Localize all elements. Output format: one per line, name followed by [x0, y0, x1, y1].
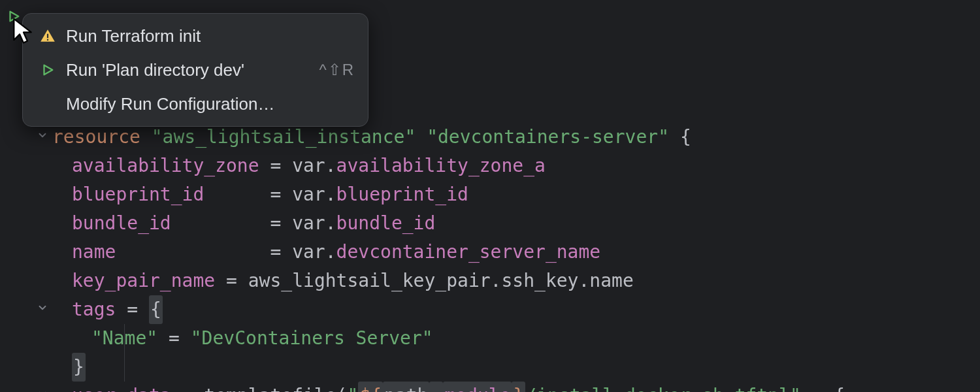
indent-guide: [124, 324, 125, 382]
code-token: var: [292, 152, 325, 180]
menu-item-label: Modify Run Configuration…: [66, 94, 355, 114]
code-token: =: [270, 152, 292, 180]
code-token: resource: [52, 123, 152, 152]
code-token: =: [270, 209, 292, 238]
code-token: =: [127, 295, 149, 324]
code-token: {: [149, 295, 163, 324]
code-line[interactable]: blueprint_id = var.blueprint_id: [72, 180, 468, 209]
code-token: =: [270, 180, 292, 209]
code-line[interactable]: user_data = templatefile("${path.module}…: [72, 382, 845, 392]
menu-item-1[interactable]: Run 'Plan directory dev'^⇧R: [23, 53, 368, 87]
code-line[interactable]: }: [72, 353, 86, 382]
code-token: , {: [801, 382, 845, 392]
svg-rect-1: [47, 39, 48, 41]
warning-icon: [39, 27, 57, 45]
code-token: path: [383, 382, 429, 392]
code-token: "Name": [91, 324, 169, 353]
code-token: devcontainer_server_name: [336, 238, 601, 267]
code-token: blueprint_id: [336, 180, 468, 209]
code-token: =: [226, 267, 248, 295]
menu-item-label: Run Terraform init: [66, 26, 355, 46]
code-token: key_pair_name: [72, 267, 226, 295]
code-token: availability_zone_a: [336, 152, 546, 180]
menu-item-2[interactable]: Modify Run Configuration…: [23, 87, 368, 121]
code-token: =: [182, 382, 204, 392]
code-token: }: [72, 353, 86, 382]
code-token: .: [325, 180, 336, 209]
fold-chevron-icon[interactable]: [37, 302, 48, 316]
code-token: ": [347, 382, 358, 392]
code-token: user_data: [72, 382, 182, 392]
code-token: =: [169, 324, 191, 353]
code-token: blueprint_id: [72, 180, 270, 209]
code-token: {: [680, 123, 691, 152]
fold-chevron-icon[interactable]: [37, 388, 48, 392]
code-line[interactable]: resource "aws_lightsail_instance" "devco…: [52, 123, 691, 152]
code-token: }: [512, 382, 525, 392]
run-gutter-icon[interactable]: [7, 9, 21, 24]
fold-chevron-icon[interactable]: [37, 129, 48, 144]
code-token: .: [429, 382, 443, 392]
code-token: ${: [358, 382, 383, 392]
code-token: =: [270, 238, 292, 267]
code-token: bundle_id: [72, 209, 270, 238]
code-token: name: [72, 238, 270, 267]
svg-rect-0: [47, 34, 48, 39]
code-token: "aws_lightsail_instance" "devcontainers-…: [152, 123, 680, 152]
menu-item-shortcut: ^⇧R: [319, 61, 355, 79]
run-context-menu: Run Terraform initRun 'Plan directory de…: [22, 13, 368, 127]
code-line[interactable]: bundle_id = var.bundle_id: [72, 209, 435, 238]
code-token: var: [292, 209, 325, 238]
code-token: templatefile(: [204, 382, 347, 392]
menu-item-0[interactable]: Run Terraform init: [23, 19, 368, 53]
code-token: tags: [72, 295, 127, 324]
code-line[interactable]: availability_zone = var.availability_zon…: [72, 152, 546, 180]
code-token: var: [292, 238, 325, 267]
code-line[interactable]: key_pair_name = aws_lightsail_key_pair.s…: [72, 267, 634, 295]
code-token: module: [443, 382, 512, 392]
code-token: "DevContainers Server": [191, 324, 433, 353]
menu-item-label: Run 'Plan directory dev': [66, 60, 319, 80]
code-line[interactable]: name = var.devcontainer_server_name: [72, 238, 600, 267]
code-token: .: [325, 152, 336, 180]
code-token: .: [325, 209, 336, 238]
code-token: availability_zone: [72, 152, 270, 180]
code-line[interactable]: tags = {: [72, 295, 163, 324]
code-line[interactable]: "Name" = "DevContainers Server": [91, 324, 433, 353]
code-token: bundle_id: [336, 209, 436, 238]
code-token: var: [292, 180, 325, 209]
code-token: aws_lightsail_key_pair.ssh_key.name: [248, 267, 634, 295]
play-icon: [39, 61, 57, 79]
code-token: /install_docker.sh.tftpl": [525, 382, 800, 392]
code-token: .: [325, 238, 336, 267]
